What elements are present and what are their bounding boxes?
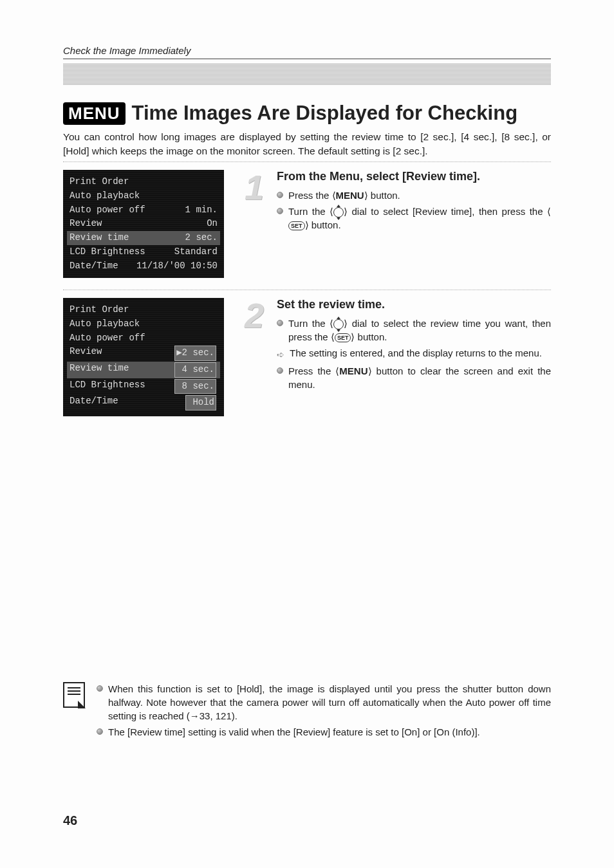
- page-number: 46: [63, 813, 77, 828]
- bullet-icon: [97, 685, 103, 692]
- note-2: The [Review time] setting is valid when …: [97, 725, 551, 739]
- title-row: MENU Time Images Are Displayed for Check…: [63, 102, 551, 125]
- dial-icon: [333, 207, 344, 217]
- bullet-icon: [277, 320, 283, 326]
- set-button-icon: SET: [288, 221, 305, 230]
- step-number-1: 1: [241, 170, 268, 278]
- set-button-icon: SET: [335, 333, 351, 342]
- step-1-bullet-1: Press the ⟨MENU⟩ button.: [277, 189, 551, 202]
- lcd-screenshot-1: Print Order Auto playback Auto power off…: [63, 170, 224, 278]
- bullet-icon: [277, 208, 283, 214]
- step-1-heading: From the Menu, select [Review time].: [277, 170, 551, 183]
- menu-badge-icon: MENU: [63, 102, 126, 125]
- arrow-icon: ➪: [277, 349, 284, 362]
- step-2-result: ➪ The setting is entered, and the displa…: [277, 346, 551, 362]
- breadcrumb: Check the Image Immediately: [63, 45, 551, 59]
- lcd-screenshot-2: Print Order Auto playback Auto power off…: [63, 298, 224, 416]
- dial-icon: [333, 319, 344, 329]
- step-1: Print Order Auto playback Auto power off…: [63, 170, 551, 278]
- divider: [63, 290, 551, 290]
- step-2-heading: Set the review time.: [277, 298, 551, 311]
- bullet-icon: [277, 367, 283, 374]
- note-icon: [63, 682, 85, 708]
- step-2-bullet-2: Press the ⟨MENU⟩ button to clear the scr…: [277, 364, 551, 391]
- step-1-bullet-2: Turn the ⟨⟩ dial to select [Review time]…: [277, 205, 551, 232]
- step-2: Print Order Auto playback Auto power off…: [63, 298, 551, 416]
- note-1: When this function is set to [Hold], the…: [97, 682, 551, 723]
- step-2-bullet-1: Turn the ⟨⟩ dial to select the review ti…: [277, 317, 551, 344]
- page-title: Time Images Are Displayed for Checking: [132, 102, 518, 125]
- bullet-icon: [97, 728, 103, 735]
- divider: [63, 162, 551, 162]
- bullet-icon: [277, 192, 283, 198]
- step-number-2: 2: [241, 298, 268, 416]
- intro-text: You can control how long images are disp…: [63, 130, 551, 158]
- decorative-bar: [63, 63, 551, 85]
- notes-box: When this function is set to [Hold], the…: [63, 682, 551, 741]
